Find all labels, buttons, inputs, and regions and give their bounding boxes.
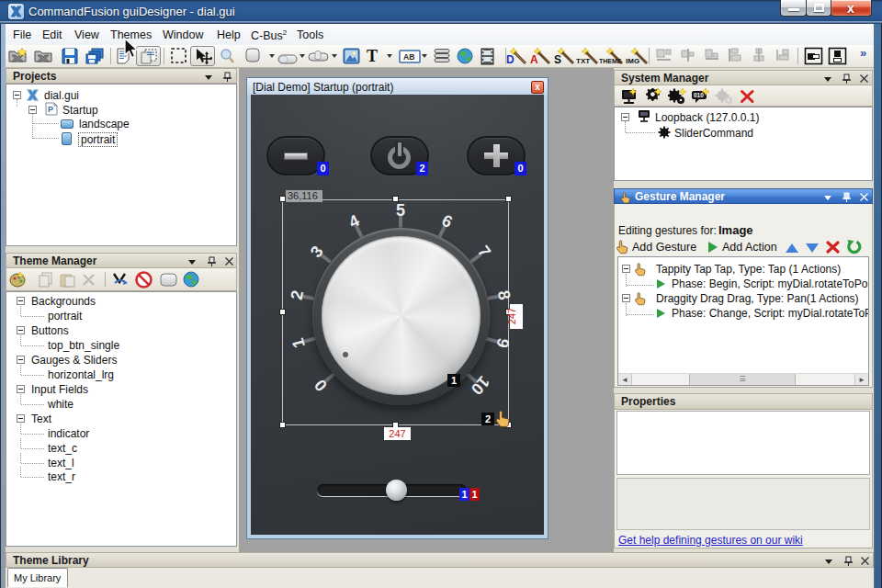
svg-text:P: P [48,105,53,114]
svg-text:AB: AB [403,52,414,62]
svg-text:010: 010 [694,92,704,98]
